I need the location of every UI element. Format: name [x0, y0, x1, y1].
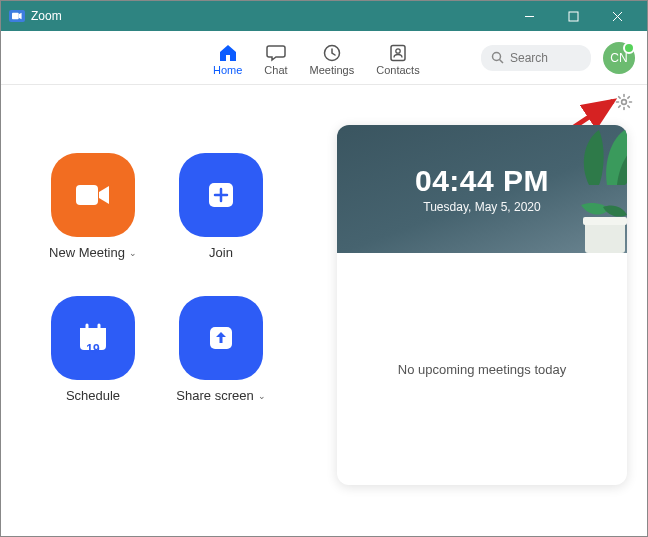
search-icon — [491, 51, 504, 64]
titlebar: Zoom — [1, 1, 647, 31]
share-screen-label-row[interactable]: Share screen ⌄ — [176, 388, 265, 403]
plant-decoration — [569, 125, 627, 185]
svg-point-7 — [396, 49, 400, 53]
clock-icon — [323, 43, 341, 63]
top-nav: Home Chat Meetings Contacts Search CN — [1, 31, 647, 85]
avatar-initials: CN — [610, 51, 627, 65]
svg-point-8 — [493, 53, 501, 61]
avatar[interactable]: CN — [603, 42, 635, 74]
new-meeting-label: New Meeting — [49, 245, 125, 260]
window-title: Zoom — [31, 9, 507, 23]
join-label: Join — [209, 245, 233, 260]
chat-icon — [266, 43, 286, 63]
app-icon — [9, 10, 25, 22]
nav-meetings[interactable]: Meetings — [310, 39, 355, 76]
search-placeholder: Search — [510, 51, 548, 65]
maximize-button[interactable] — [551, 1, 595, 31]
svg-rect-2 — [569, 12, 578, 21]
nav-contacts-label: Contacts — [376, 64, 419, 76]
clock-time: 04:44 PM — [415, 164, 549, 198]
nav-chat[interactable]: Chat — [264, 39, 287, 76]
join-button[interactable] — [179, 153, 263, 237]
video-icon — [73, 181, 113, 209]
gear-icon — [615, 93, 633, 111]
search-button[interactable]: Search — [481, 45, 591, 71]
chevron-down-icon: ⌄ — [129, 248, 137, 258]
svg-line-9 — [500, 60, 504, 64]
action-grid: New Meeting ⌄ Join 19 Schedule — [13, 97, 313, 524]
new-meeting-label-row[interactable]: New Meeting ⌄ — [49, 245, 137, 260]
nav-home-label: Home — [213, 64, 242, 76]
content-area: New Meeting ⌄ Join 19 Schedule — [1, 85, 647, 536]
svg-point-10 — [622, 100, 627, 105]
svg-rect-22 — [583, 217, 627, 225]
schedule-label: Schedule — [66, 388, 120, 403]
nav-contacts[interactable]: Contacts — [376, 39, 419, 76]
contacts-icon — [389, 43, 407, 63]
upcoming-empty-text: No upcoming meetings today — [398, 362, 566, 377]
minimize-button[interactable] — [507, 1, 551, 31]
home-icon — [218, 43, 238, 63]
share-up-icon — [206, 323, 236, 353]
settings-button[interactable] — [615, 93, 633, 115]
svg-rect-0 — [12, 13, 19, 20]
nav-chat-label: Chat — [264, 64, 287, 76]
share-screen-label: Share screen — [176, 388, 253, 403]
calendar-day-number: 19 — [86, 342, 99, 356]
info-card: 04:44 PM Tuesday, May 5, 2020 No upcomin… — [337, 125, 627, 485]
schedule-button[interactable]: 19 — [51, 296, 135, 380]
clock-panel: 04:44 PM Tuesday, May 5, 2020 — [337, 125, 627, 253]
chevron-down-icon: ⌄ — [258, 391, 266, 401]
pot-decoration — [573, 203, 627, 253]
svg-rect-12 — [76, 185, 98, 205]
close-button[interactable] — [595, 1, 639, 31]
nav-home[interactable]: Home — [213, 39, 242, 76]
plus-icon — [206, 180, 236, 210]
clock-date: Tuesday, May 5, 2020 — [423, 200, 540, 214]
share-screen-button[interactable] — [179, 296, 263, 380]
new-meeting-button[interactable] — [51, 153, 135, 237]
nav-meetings-label: Meetings — [310, 64, 355, 76]
svg-rect-17 — [80, 328, 106, 334]
